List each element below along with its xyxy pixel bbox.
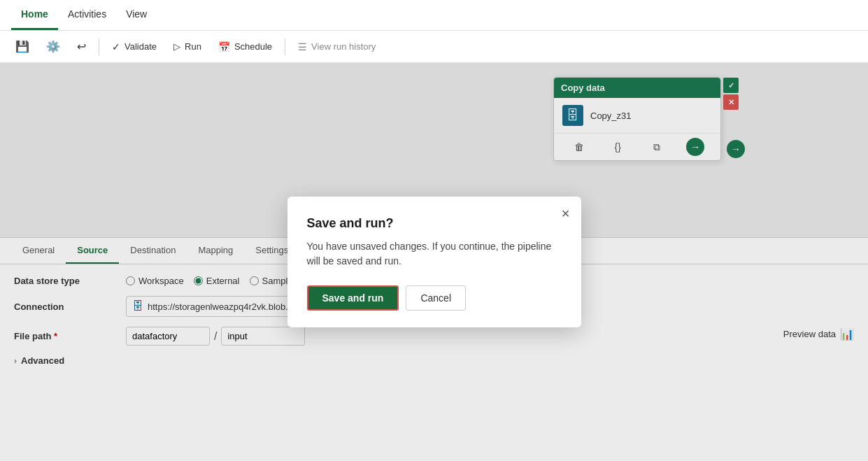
top-nav: Home Activities View — [0, 0, 868, 31]
nav-item-home[interactable]: Home — [11, 0, 58, 30]
history-icon: ☰ — [298, 41, 307, 52]
settings-button[interactable]: ⚙️ — [39, 36, 67, 57]
toolbar-separator — [99, 38, 99, 55]
main-area: Copy data ✓ ✕ 🗄 Copy_z31 🗑 {} ⧉ → → — [0, 63, 868, 461]
schedule-button[interactable]: 📅 Schedule — [211, 38, 279, 56]
toolbar: 💾 ⚙️ ↩ ✓ Validate ▷ Run 📅 Schedule ☰ Vie… — [0, 31, 868, 63]
undo-icon: ↩ — [77, 40, 86, 53]
gear-icon: ⚙️ — [46, 40, 60, 53]
nav-item-activities[interactable]: Activities — [58, 0, 116, 30]
modal-body: You have unsaved changes. If you continu… — [307, 239, 562, 269]
save-icon: 💾 — [15, 40, 29, 53]
cancel-button[interactable]: Cancel — [406, 285, 466, 311]
modal: × Save and run? You have unsaved changes… — [287, 197, 581, 327]
run-icon: ▷ — [173, 41, 180, 52]
undo-button[interactable]: ↩ — [70, 36, 93, 57]
save-button[interactable]: 💾 — [8, 36, 36, 57]
nav-item-view[interactable]: View — [116, 0, 157, 30]
modal-close-button[interactable]: × — [562, 206, 570, 220]
toolbar-separator-2 — [285, 38, 285, 55]
modal-title: Save and run? — [307, 216, 562, 231]
save-and-run-button[interactable]: Save and run — [307, 285, 399, 311]
validate-button[interactable]: ✓ Validate — [105, 38, 164, 56]
calendar-icon: 📅 — [218, 41, 230, 52]
modal-overlay: × Save and run? You have unsaved changes… — [0, 63, 868, 461]
run-history-button[interactable]: ☰ View run history — [291, 38, 383, 56]
modal-actions: Save and run Cancel — [307, 285, 562, 311]
run-button[interactable]: ▷ Run — [166, 38, 208, 55]
checkmark-icon: ✓ — [112, 41, 120, 52]
